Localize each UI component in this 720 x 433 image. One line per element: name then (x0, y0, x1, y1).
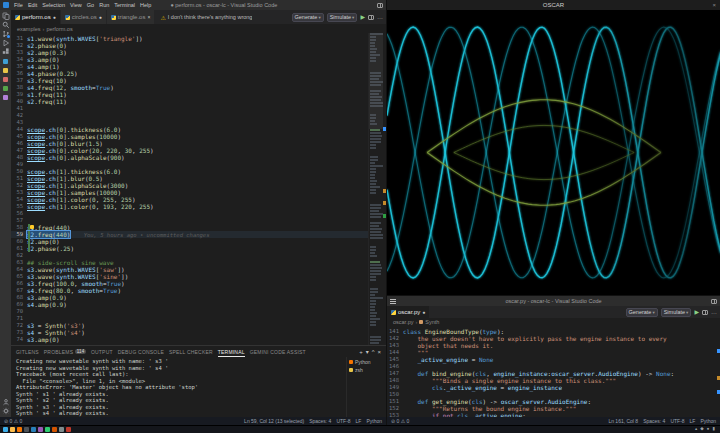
code-line[interactable]: 147 def bind_engine(cls, engine_instance… (387, 370, 720, 377)
code-line[interactable]: 35s4.amp(1) (11, 63, 386, 70)
panel-tab-terminal[interactable]: TERMINAL (218, 346, 245, 357)
terminal-icon[interactable] (24, 427, 29, 432)
menu-file[interactable]: File (12, 2, 25, 8)
remote-explorer-icon[interactable] (1, 84, 10, 92)
problems-status[interactable]: ⊘ 0 ⚠ 0 (391, 418, 409, 424)
code-line[interactable]: 153 if not cls._active_engine: (387, 412, 720, 417)
code-line[interactable]: 46scope.ch[0].blur(1.5) (11, 140, 386, 147)
code-line[interactable]: 38s4.freq(12, smooth=True) (11, 84, 386, 91)
code-line[interactable]: 143 object that needs it. (387, 342, 720, 349)
generate-button[interactable]: Generate▾ (292, 13, 324, 22)
tab-triangle.os[interactable]: triangle.os× (107, 10, 156, 24)
code-line[interactable]: 149 cls._active_engine = engine_instance (387, 384, 720, 391)
code-line[interactable]: 142 the user doesn't have to explicitly … (387, 335, 720, 342)
code-line[interactable]: 36s4.phase(0.25) (11, 70, 386, 77)
code-line[interactable]: 41 (11, 105, 386, 112)
browser-icon[interactable] (17, 427, 22, 432)
code-line[interactable]: 148 """Binds a single engine instance to… (387, 377, 720, 384)
close-icon[interactable]: × (712, 2, 716, 8)
generate-button[interactable]: Generate▾ (626, 308, 658, 317)
code-line[interactable]: 33s2.amp(0.3) (11, 49, 386, 56)
panel-tab-output[interactable]: OUTPUT (91, 346, 113, 357)
code-line[interactable]: 31s1.wave(synth.WAVES['triangle']) (11, 35, 386, 42)
volume-icon[interactable]: ◆ (700, 427, 703, 432)
code-line[interactable]: 43 (11, 119, 386, 126)
layout-toggle-icon[interactable] (377, 3, 383, 8)
menu-selection[interactable]: Selection (40, 2, 67, 8)
indentation[interactable]: Spaces: 4 (643, 418, 665, 424)
menu-terminal[interactable]: Terminal (112, 2, 137, 8)
network-icon[interactable]: ● (707, 427, 710, 432)
modified-dot[interactable]: ● (99, 14, 102, 20)
code-line[interactable]: 53scope.ch[1].samples(10000) (11, 189, 386, 196)
more-actions-icon[interactable]: … (377, 14, 383, 20)
code-line[interactable]: 62 (11, 252, 386, 259)
tab-oscar.py[interactable]: oscar.py● (387, 306, 430, 318)
panel-tab-spell-checker[interactable]: SPELL CHECKER (169, 346, 213, 357)
modified-dot[interactable]: ● (53, 14, 56, 20)
code-line[interactable]: 65s3.wave(synth.WAVES['sine']) (11, 273, 386, 280)
code-line[interactable]: 146 (387, 363, 720, 370)
minimap[interactable] (368, 33, 383, 345)
code-line[interactable]: 47scope.ch[0].color(20, 220, 30, 255) (11, 147, 386, 154)
menu-help[interactable]: Help (138, 2, 153, 8)
eol[interactable]: LF (690, 418, 696, 424)
source-control-icon[interactable] (1, 30, 10, 38)
run-button[interactable]: ▶ (694, 309, 699, 315)
code-line[interactable]: 37s3.freq(10) (11, 77, 386, 84)
code-line[interactable]: 34s3.amp(0) (11, 56, 386, 63)
cursor-position[interactable]: Ln 161, Col 8 (608, 418, 638, 424)
account-icon[interactable] (1, 398, 10, 406)
code-line[interactable]: 150 (387, 391, 720, 398)
code-line[interactable]: 32s2.phase(0) (11, 42, 386, 49)
layout-toggle-icon-2[interactable] (711, 299, 717, 304)
settings-icon[interactable] (59, 427, 64, 432)
code-line[interactable]: 69s4.amp(0.9) (11, 301, 386, 308)
code-line[interactable]: 66s3.freq(100.0, smooth=True) (11, 280, 386, 287)
code-line[interactable]: 40s2.freq(11) (11, 98, 386, 105)
code-line[interactable]: 72s3 = Synth('s3') (11, 322, 386, 329)
extensions-icon[interactable] (1, 48, 10, 56)
panel-tab-gemini-code-assist[interactable]: GEMINI CODE ASSIST (250, 346, 306, 357)
code-line[interactable]: 49 (11, 161, 386, 168)
lightbulb-icon[interactable] (30, 225, 34, 229)
code-line[interactable]: 151 def get_engine(cls) -> oscar_server.… (387, 398, 720, 405)
simulate-button[interactable]: Simulate▾ (661, 308, 692, 317)
code-line[interactable]: 55scope.ch[1].color(0, 193, 220, 255) (11, 203, 386, 210)
run-debug-icon[interactable] (1, 39, 10, 47)
maximize-panel-icon[interactable]: ^ (372, 349, 375, 355)
run-button[interactable]: ▶ (360, 14, 365, 20)
code-line[interactable]: 67s4.freq(80.0, smooth=True) (11, 287, 386, 294)
code-line[interactable]: 73s4 = Synth('s4') (11, 329, 386, 336)
eol[interactable]: LF (356, 418, 362, 424)
breadcrumb-item[interactable]: oscar.py (393, 319, 413, 325)
code-line[interactable]: 44scope.ch[0].thickness(6.0) (11, 126, 386, 133)
code-editor-2[interactable]: 141class EngineBoundType(type):142 the u… (387, 326, 720, 417)
code-line[interactable]: 39s1.freq(11) (11, 91, 386, 98)
code-line[interactable]: 70 (11, 308, 386, 315)
breadcrumb-item[interactable]: Synth (425, 319, 439, 325)
gitlens-icon[interactable] (1, 93, 10, 101)
code-line[interactable]: 50scope.ch[1].thickness(6.0) (11, 168, 386, 175)
code-line[interactable]: 144 """ (387, 349, 720, 356)
code-line[interactable]: 60s2.amp(0) (11, 238, 386, 245)
terminal-output[interactable]: Creating new wavetable synth with name: … (11, 357, 346, 417)
code-line[interactable]: 52scope.ch[1].alphaScale(3000) (11, 182, 386, 189)
mail-icon[interactable] (52, 427, 57, 432)
tray-expand-icon[interactable]: ▴ (695, 427, 697, 432)
code-line[interactable]: 57 (11, 217, 386, 224)
minimap-viewport[interactable] (369, 33, 383, 129)
oscar-titlebar[interactable]: OSCAR × (387, 0, 720, 10)
tab-perform.os[interactable]: perform.os● (11, 10, 61, 24)
testing-icon[interactable] (1, 75, 10, 83)
code-line[interactable]: 58s1.freq(440) (11, 224, 386, 231)
menu-view[interactable]: View (68, 2, 84, 8)
code-editor-1[interactable]: 31s1.wave(synth.WAVES['triangle'])32s2.p… (11, 33, 386, 345)
code-line[interactable]: 141class EngineBoundType(type): (387, 328, 720, 335)
encoding[interactable]: UTF-8 (670, 418, 684, 424)
panel-tab-problems[interactable]: PROBLEMS114 (44, 346, 86, 357)
files-icon[interactable] (10, 427, 15, 432)
code-line[interactable]: 145 _active_engine = None (387, 356, 720, 363)
video-icon[interactable] (66, 427, 71, 432)
search-icon[interactable] (1, 21, 10, 29)
